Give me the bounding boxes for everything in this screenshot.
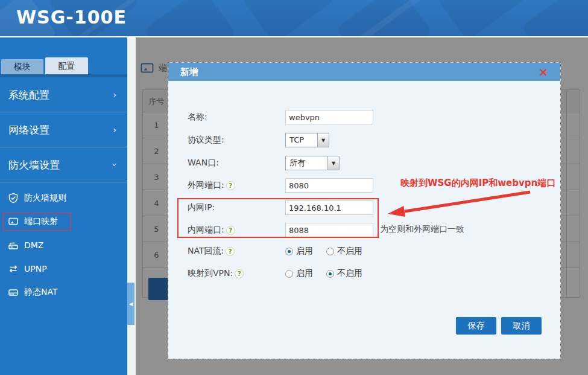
internal-port-label: 内网端口: ? xyxy=(188,225,285,236)
wan-select[interactable]: 所有 ▼ xyxy=(285,156,340,170)
sidebar-item-firewall-rules[interactable]: 防火墙规则 xyxy=(0,186,127,210)
chevron-right-icon: › xyxy=(113,77,116,112)
menu-label: 网络设置 xyxy=(8,124,49,136)
protocol-label: 协议类型: xyxy=(188,135,285,146)
modem-icon xyxy=(7,239,19,251)
selected-value: 所有 xyxy=(286,156,327,170)
help-icon[interactable]: ? xyxy=(235,269,244,278)
chevron-right-icon: › xyxy=(113,112,116,147)
swap-arrows-icon xyxy=(7,263,19,275)
annotation-text: 映射到WSG的内网IP和webvpn端口 xyxy=(400,178,555,189)
sidebar-item-dmz[interactable]: DMZ xyxy=(0,233,127,257)
external-port-label: 外网端口: ? xyxy=(188,180,285,191)
radio-checked-icon xyxy=(326,270,334,278)
submenu-label: 静态NAT xyxy=(24,287,58,298)
submenu-label: DMZ xyxy=(24,240,43,250)
nat-loopback-row: NAT回流: ? 启用 不启用 xyxy=(188,244,376,258)
dialog-title: 新增 xyxy=(180,63,198,81)
help-icon[interactable]: ? xyxy=(226,181,235,190)
sidebar-item-system-config[interactable]: 系统配置 › xyxy=(0,77,127,112)
external-port-input[interactable] xyxy=(285,178,373,193)
radio-option-enable[interactable]: 启用 xyxy=(285,268,313,279)
internal-ip-row: 内网IP: xyxy=(188,200,373,215)
close-icon[interactable]: × xyxy=(539,65,548,79)
sidebar-collapse-handle[interactable]: ◀ xyxy=(127,283,134,325)
submenu-label: 端口映射 xyxy=(24,216,58,227)
name-input[interactable] xyxy=(285,110,373,124)
collapse-arrow-icon: ◀ xyxy=(129,301,133,307)
sidebar-item-network-settings[interactable]: 网络设置 › xyxy=(0,112,127,147)
nat-loopback-label: NAT回流: ? xyxy=(188,246,285,257)
keyboard-key-decoration xyxy=(241,0,335,37)
app-header: WSG-100E xyxy=(0,0,588,37)
internal-port-row: 内网端口: ? xyxy=(188,223,373,237)
sidebar-item-static-nat[interactable]: 静态NAT xyxy=(0,280,127,304)
submenu-label: 防火墙规则 xyxy=(24,193,66,204)
external-port-row: 外网端口: ? xyxy=(188,178,373,193)
cancel-button[interactable]: 取消 xyxy=(501,317,542,335)
dialog-header: 新增 × xyxy=(168,63,560,81)
radio-option-disable[interactable]: 不启用 xyxy=(326,268,362,279)
help-icon[interactable]: ? xyxy=(226,247,235,256)
monitor-icon xyxy=(7,216,19,228)
sidebar-item-firewall-settings[interactable]: 防火墙设置 › xyxy=(0,147,127,182)
app-title: WSG-100E xyxy=(16,7,127,28)
tab-config[interactable]: 配置 xyxy=(45,57,88,74)
keyboard-key-decoration xyxy=(144,0,236,37)
dropdown-arrow-icon[interactable]: ▼ xyxy=(317,133,329,147)
tab-modules[interactable]: 模块 xyxy=(1,59,43,74)
protocol-row: 协议类型: TCP ▼ xyxy=(188,133,329,147)
name-row: 名称: xyxy=(188,110,373,124)
help-icon[interactable]: ? xyxy=(226,226,235,235)
name-label: 名称: xyxy=(188,112,285,123)
sidebar-item-upnp[interactable]: UPNP xyxy=(0,257,127,280)
chevron-down-icon: › xyxy=(110,163,119,167)
internal-ip-label: 内网IP: xyxy=(188,202,285,213)
server-icon xyxy=(7,286,19,298)
protocol-select[interactable]: TCP ▼ xyxy=(285,133,329,147)
selected-value: TCP xyxy=(286,133,317,147)
wan-label: WAN口: xyxy=(188,158,285,168)
menu-label: 系统配置 xyxy=(8,89,49,101)
menu-label: 防火墙设置 xyxy=(8,159,60,171)
add-port-mapping-dialog: 新增 × 名称: 协议类型: TCP ▼ WAN口: 所有 ▼ xyxy=(168,62,561,359)
sidebar-item-port-mapping[interactable]: 端口映射 xyxy=(0,210,127,233)
app-window: WSG-100E 模块 配置 系统配置 › 网络设置 › 防火墙设置 › xyxy=(0,0,588,375)
sidebar-menu: 系统配置 › 网络设置 › 防火墙设置 › xyxy=(0,77,127,182)
sidebar: 模块 配置 系统配置 › 网络设置 › 防火墙设置 › 防 xyxy=(0,37,127,375)
radio-checked-icon xyxy=(285,248,293,255)
radio-unchecked-icon xyxy=(326,248,334,255)
dropdown-arrow-icon[interactable]: ▼ xyxy=(327,156,339,170)
keyboard-key-decoration xyxy=(521,0,588,37)
map-to-vpn-label: 映射到VPN: ? xyxy=(188,268,285,279)
submenu-label: UPNP xyxy=(24,264,47,274)
keyboard-key-decoration xyxy=(434,0,528,37)
wan-row: WAN口: 所有 ▼ xyxy=(188,156,340,170)
internal-port-input[interactable] xyxy=(285,223,373,237)
internal-port-hint: 为空则和外网端口一致 xyxy=(380,224,464,235)
map-to-vpn-row: 映射到VPN: ? 启用 不启用 xyxy=(188,266,376,281)
internal-ip-input[interactable] xyxy=(285,200,373,215)
shield-check-icon xyxy=(7,192,19,204)
radio-unchecked-icon xyxy=(285,270,293,278)
radio-option-enable[interactable]: 启用 xyxy=(285,246,313,257)
save-button[interactable]: 保存 xyxy=(456,317,496,335)
radio-option-disable[interactable]: 不启用 xyxy=(326,246,362,257)
firewall-submenu: 防火墙规则 端口映射 DMZ xyxy=(0,186,127,304)
